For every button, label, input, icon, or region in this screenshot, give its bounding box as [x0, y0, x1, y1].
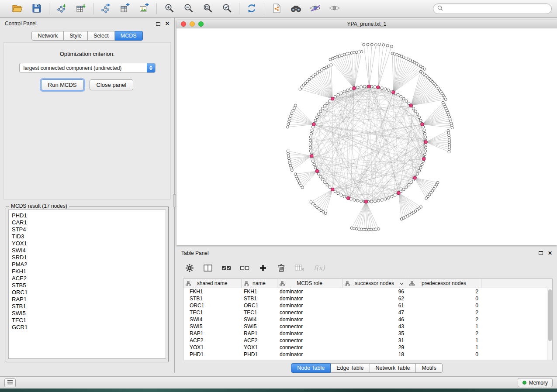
tab-style[interactable]: Style — [64, 31, 88, 41]
float-table-panel-icon[interactable] — [539, 251, 543, 255]
mcds-result-item[interactable]: PHD1 — [10, 212, 164, 219]
tab-select[interactable]: Select — [88, 31, 115, 41]
find-button[interactable] — [289, 2, 303, 16]
export-image-button[interactable] — [137, 2, 151, 16]
tab-network-table[interactable]: Network Table — [370, 363, 416, 373]
save-session-button[interactable] — [30, 2, 44, 16]
mcds-result-item[interactable]: STB1 — [10, 303, 164, 310]
close-table-panel-icon[interactable]: ✕ — [548, 251, 552, 256]
mcds-result-item[interactable]: PMA2 — [10, 261, 164, 268]
tab-mcds[interactable]: MCDS — [115, 31, 143, 41]
mcds-result-item[interactable]: SWI5 — [10, 310, 164, 317]
search-input[interactable] — [446, 6, 547, 12]
table-row[interactable]: ACE2ACE2connector311 — [183, 337, 552, 344]
zoom-selected-icon — [222, 3, 232, 14]
export-image-icon — [139, 3, 149, 15]
tab-motifs[interactable]: Motifs — [416, 363, 442, 373]
table-row[interactable]: SWI4SWI4dominator462 — [183, 316, 552, 323]
import-network-button[interactable] — [55, 2, 69, 16]
mcds-result-item[interactable]: STB5 — [10, 282, 164, 289]
panel-menu-button[interactable] — [4, 378, 16, 387]
zoom-fit-button[interactable] — [201, 2, 214, 16]
export-network-button[interactable] — [99, 2, 113, 16]
main-toolbar-groups — [5, 2, 346, 16]
mcds-result-item[interactable]: SRD1 — [10, 254, 164, 261]
table-scrollbar-thumb[interactable] — [548, 289, 552, 341]
node-table: shared namenameMCDS rolesuccessor nodesp… — [183, 279, 552, 358]
column-header-shared-name[interactable]: shared name — [183, 279, 241, 288]
import-table-icon — [76, 3, 86, 15]
show-details-icon — [329, 4, 340, 14]
zoom-selected-button[interactable] — [220, 2, 234, 16]
mcds-result-item[interactable]: GCR1 — [10, 324, 164, 331]
import-table-button[interactable] — [74, 2, 88, 16]
table-row[interactable]: TEC1TEC1connector472 — [183, 309, 552, 316]
show-details-button[interactable] — [327, 2, 341, 16]
export-table-button[interactable] — [118, 2, 132, 16]
panel-resize-handle[interactable] — [173, 194, 176, 207]
table-panel: Table Panel ✕ f(x) shared namenameMCDS r… — [176, 248, 557, 373]
mcds-result-item[interactable]: TID3 — [10, 233, 164, 240]
mcds-result-item[interactable]: FKH1 — [10, 268, 164, 275]
column-header-successor-nodes[interactable]: successor nodes — [342, 279, 407, 288]
table-row[interactable]: YOX1YOX1connector291 — [183, 344, 552, 351]
window-maximize-button[interactable] — [198, 21, 204, 27]
control-panel-title: Control Panel — [5, 21, 37, 27]
select-all-button[interactable] — [221, 262, 232, 275]
table-row[interactable]: STB1STB1dominator620 — [183, 295, 552, 302]
table-row[interactable]: RAP1RAP1dominator352 — [183, 330, 552, 337]
run-mcds-button[interactable]: Run MCDS — [41, 79, 84, 90]
search-box[interactable] — [433, 3, 552, 14]
close-panel-button[interactable]: Close panel — [90, 79, 134, 90]
deselect-all-button[interactable] — [239, 262, 250, 275]
table-row[interactable]: FKH1FKH1dominator962 — [183, 288, 552, 295]
open-document-icon — [272, 3, 281, 15]
window-minimize-button[interactable] — [190, 21, 195, 27]
mcds-result-item[interactable]: ACE2 — [10, 275, 164, 282]
attribute-type-icon — [186, 281, 191, 287]
open-file-button[interactable] — [10, 2, 24, 16]
column-header-predecessor-nodes[interactable]: predecessor nodes — [407, 279, 481, 288]
table-container: shared namenameMCDS rolesuccessor nodesp… — [183, 279, 553, 360]
mcds-result-item[interactable]: TEC1 — [10, 317, 164, 324]
network-canvas[interactable] — [176, 28, 557, 245]
mcds-result-item[interactable]: STP4 — [10, 226, 164, 233]
function-builder-button: f(x) — [313, 262, 327, 275]
tab-node-table[interactable]: Node Table — [291, 363, 331, 373]
table-scrollbar[interactable] — [547, 288, 552, 360]
column-header-name[interactable]: name — [241, 279, 277, 288]
table-settings-button[interactable] — [184, 262, 195, 275]
add-column-button[interactable] — [258, 262, 268, 275]
paint-mapping-button[interactable] — [308, 2, 322, 16]
optimization-criterion-dropdown[interactable]: largest connected component (undirected) — [19, 63, 156, 73]
mcds-result-item[interactable]: CAR1 — [10, 219, 164, 226]
mcds-result-list[interactable]: PHD1CAR1STP4TID3YOX1SWI4SRD1PMA2FKH1ACE2… — [8, 210, 166, 359]
table-row[interactable]: SWI5SWI5connector431 — [183, 323, 552, 330]
tab-edge-table[interactable]: Edge Table — [331, 363, 370, 373]
mcds-result-item[interactable]: YOX1 — [10, 240, 164, 247]
refresh-button[interactable] — [245, 2, 259, 16]
zoom-out-button[interactable] — [181, 2, 195, 16]
table-row[interactable]: ORC1ORC1dominator610 — [183, 302, 552, 309]
table-row[interactable]: PHD1PHD1dominator180 — [183, 351, 552, 358]
table-toolbar: f(x) — [176, 259, 557, 279]
open-document-button[interactable] — [270, 2, 284, 16]
column-header-mcds-role[interactable]: MCDS role — [277, 279, 342, 288]
import-network-icon — [56, 3, 67, 15]
mcds-result-item[interactable]: RAP1 — [10, 296, 164, 303]
select-all-icon — [221, 264, 231, 273]
memory-button[interactable]: Memory — [518, 378, 553, 387]
delete-columns-button[interactable] — [276, 262, 287, 275]
network-window-title: YPA_prune.txt_1 — [347, 21, 387, 27]
window-close-button[interactable] — [181, 21, 186, 27]
tab-network[interactable]: Network — [31, 31, 64, 41]
zoom-in-button[interactable] — [162, 2, 176, 16]
column-header-filler — [481, 279, 552, 288]
close-panel-icon[interactable]: ✕ — [165, 21, 170, 26]
paint-mapping-icon — [309, 4, 321, 14]
mcds-result-item[interactable]: ORC1 — [10, 289, 164, 296]
refresh-icon — [246, 3, 257, 15]
show-columns-button[interactable] — [203, 262, 213, 275]
float-panel-icon[interactable] — [156, 22, 160, 26]
mcds-result-item[interactable]: SWI4 — [10, 247, 164, 254]
